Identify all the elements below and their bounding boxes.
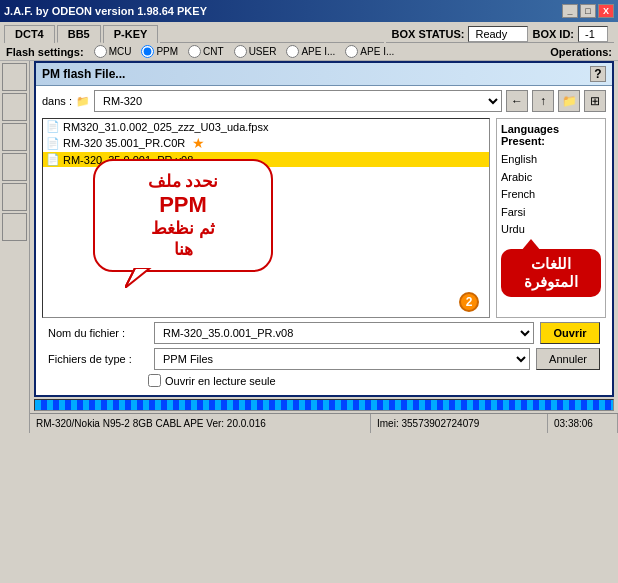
dialog-help-button[interactable]: ?	[590, 66, 606, 82]
lang-urdu: Urdu	[501, 221, 601, 239]
filetype-label: Fichiers de type :	[48, 353, 148, 365]
bubble-text-line3: ثم نظغط	[115, 218, 251, 239]
ape2-option[interactable]: APE I...	[345, 45, 394, 58]
language-list: English Arabic French Farsi Urdu	[501, 151, 601, 239]
sidebar-btn-3[interactable]	[2, 123, 27, 151]
lang-french: French	[501, 186, 601, 204]
box-id-label: BOX ID:	[532, 28, 574, 40]
maximize-button[interactable]: □	[580, 4, 596, 18]
sidebar-btn-1[interactable]	[2, 63, 27, 91]
status-segment-device: RM-320/Nokia N95-2 8GB CABL APE Ver: 20.…	[30, 414, 371, 433]
bubble-text-line4: هنا	[115, 239, 251, 260]
annotation-bubble: نحدد ملف PPM ثم نظغط هنا	[93, 159, 273, 272]
file-icon-cor: 📄	[46, 137, 60, 150]
content-area: 📄 RM320_31.0.002_025_zzz_U03_uda.fpsx 📄 …	[42, 118, 606, 318]
lang-english: English	[501, 151, 601, 169]
file-icon-v08: 📄	[46, 153, 60, 166]
file-dialog: PM flash File... ? dans : 📁 RM-320 ← ↑ 📁…	[34, 61, 614, 397]
tab-pkey[interactable]: P-KEY	[103, 25, 159, 43]
dialog-area: PM flash File... ? dans : 📁 RM-320 ← ↑ 📁…	[30, 61, 618, 433]
lang-farsi: Farsi	[501, 204, 601, 222]
nav-label: dans :	[42, 95, 72, 107]
readonly-checkbox[interactable]	[148, 374, 161, 387]
filename-label: Nom du fichier :	[48, 327, 148, 339]
nav-up-button[interactable]: ↑	[532, 90, 554, 112]
tab-bar: DCT4 BB5 P-KEY BOX STATUS: Ready BOX ID:…	[0, 22, 618, 43]
box-id-value: -1	[578, 26, 608, 42]
dialog-title: PM flash File...	[42, 67, 125, 81]
ape1-option[interactable]: APE I...	[286, 45, 335, 58]
file-item-v08[interactable]: 📄 RM-320_35.0.001_PR.v08	[43, 152, 489, 167]
nav-folder-button[interactable]: 📁	[558, 90, 580, 112]
bubble-text-line1: نحدد ملف	[115, 171, 251, 192]
box-status-value: Ready	[468, 26, 528, 42]
sidebar-btn-5[interactable]	[2, 183, 27, 211]
open-button[interactable]: Ouvrir	[540, 322, 600, 344]
tab-dct4[interactable]: DCT4	[4, 25, 55, 43]
arabic-bubble-pointer	[521, 239, 541, 251]
file-list[interactable]: 📄 RM320_31.0.002_025_zzz_U03_uda.fpsx 📄 …	[42, 118, 490, 318]
filetype-select[interactable]: PPM Files	[154, 348, 530, 370]
filename-row: Nom du fichier : RM-320_35.0.001_PR.v08 …	[48, 322, 600, 344]
close-button[interactable]: X	[598, 4, 614, 18]
progress-bar-fill	[35, 400, 613, 410]
folder-select[interactable]: RM-320	[94, 90, 502, 112]
arabic-label-line2: المتوفرة	[509, 273, 593, 291]
readonly-label: Ouvrir en lecture seule	[165, 375, 276, 387]
minimize-button[interactable]: _	[562, 4, 578, 18]
bubble-tail-svg	[125, 268, 155, 288]
bottom-form: Nom du fichier : RM-320_35.0.001_PR.v08 …	[42, 318, 606, 391]
readonly-row: Ouvrir en lecture seule	[48, 374, 600, 387]
circle-number-2: 2	[459, 292, 479, 312]
languages-title: Languages Present:	[501, 123, 601, 147]
flash-settings-label: Flash settings:	[6, 46, 84, 58]
filename-select[interactable]: RM-320_35.0.001_PR.v08	[154, 322, 534, 344]
nav-grid-button[interactable]: ⊞	[584, 90, 606, 112]
file-icon-fpsx: 📄	[46, 120, 60, 133]
operations-label: Operations:	[550, 46, 612, 58]
title-bar-buttons: _ □ X	[562, 4, 614, 18]
filetype-row: Fichiers de type : PPM Files Annuler	[48, 348, 600, 370]
status-segment-imei: Imei: 35573902724079	[371, 414, 548, 433]
bubble-text-line2: PPM	[115, 192, 251, 218]
ppm-option[interactable]: PPM	[141, 45, 178, 58]
progress-bar-area	[34, 399, 614, 411]
sidebar-btn-4[interactable]	[2, 153, 27, 181]
box-status-label: BOX STATUS:	[392, 28, 465, 40]
cnt-option[interactable]: CNT	[188, 45, 224, 58]
nav-back-button[interactable]: ←	[506, 90, 528, 112]
language-panel: Languages Present: English Arabic French…	[496, 118, 606, 318]
app-title: J.A.F. by ODEON version 1.98.64 PKEY	[4, 5, 207, 17]
cancel-button[interactable]: Annuler	[536, 348, 600, 370]
arabic-label-bubble: اللغات المتوفرة	[501, 249, 601, 297]
annotation-overlay: نحدد ملف PPM ثم نظغط هنا	[93, 159, 273, 272]
sidebar-btn-2[interactable]	[2, 93, 27, 121]
star-icon-1: ★	[192, 135, 205, 151]
lang-arabic: Arabic	[501, 169, 601, 187]
arabic-label-line1: اللغات	[509, 255, 593, 273]
left-sidebar	[0, 61, 30, 433]
dialog-title-bar: PM flash File... ?	[36, 63, 612, 86]
main-layout: PM flash File... ? dans : 📁 RM-320 ← ↑ 📁…	[0, 61, 618, 433]
file-browser: dans : 📁 RM-320 ← ↑ 📁 ⊞ 📄	[36, 86, 612, 395]
status-bar-bottom: RM-320/Nokia N95-2 8GB CABL APE Ver: 20.…	[30, 413, 618, 433]
user-option[interactable]: USER	[234, 45, 277, 58]
folder-icon: 📁	[76, 95, 90, 108]
mcu-option[interactable]: MCU	[94, 45, 132, 58]
status-segment-time: 03:38:06	[548, 414, 618, 433]
sidebar-btn-6[interactable]	[2, 213, 27, 241]
file-item-cor[interactable]: 📄 RM-320 35.001_PR.C0R ★	[43, 134, 489, 152]
tab-bb5[interactable]: BB5	[57, 25, 101, 43]
file-item-fpsx[interactable]: 📄 RM320_31.0.002_025_zzz_U03_uda.fpsx	[43, 119, 489, 134]
nav-bar: dans : 📁 RM-320 ← ↑ 📁 ⊞	[42, 90, 606, 112]
title-bar: J.A.F. by ODEON version 1.98.64 PKEY _ □…	[0, 0, 618, 22]
